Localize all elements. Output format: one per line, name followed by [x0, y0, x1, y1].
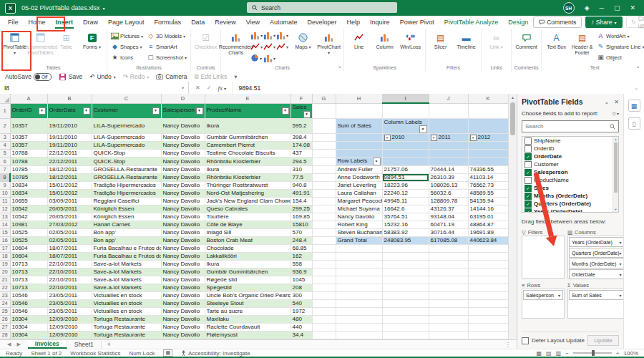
cell[interactable]	[429, 252, 468, 260]
cell[interactable]: Nancy Davolio	[161, 252, 205, 260]
row-header-5[interactable]: 5	[0, 149, 10, 157]
cell[interactable]: 299.25	[291, 205, 312, 213]
ribbon-tab-developer[interactable]: Developer	[303, 16, 342, 29]
cell[interactable]: Margaret Peacock	[336, 197, 382, 205]
cell[interactable]: 18/12/2011	[47, 165, 92, 173]
cell[interactable]	[336, 323, 382, 331]
cell[interactable]: 10546	[10, 299, 47, 307]
ribbon-tab-draw[interactable]: Draw	[78, 16, 103, 29]
cell[interactable]	[312, 228, 336, 236]
cell[interactable]	[312, 103, 336, 118]
scroll-up-icon[interactable]: ▲	[509, 94, 517, 101]
cell[interactable]: 58383.92	[382, 228, 429, 236]
ribbon-tab-inquire[interactable]: Inquire	[365, 16, 395, 29]
cell[interactable]: Nancy Davolio	[161, 331, 205, 339]
bookmark-pane-icon[interactable]: ▯	[628, 117, 640, 130]
cell[interactable]	[382, 149, 429, 157]
cell[interactable]: ProductName▼	[205, 103, 291, 118]
cell[interactable]	[429, 323, 468, 331]
column-header-a[interactable]: A	[10, 94, 47, 103]
cell[interactable]	[468, 149, 508, 157]
cell[interactable]: Thüringer Rostbratwurst	[205, 181, 291, 189]
cell[interactable]: Grand Total	[336, 236, 382, 244]
normal-view-icon[interactable]: ▦	[537, 350, 542, 357]
collapse-ribbon-icon[interactable]: ⌄	[635, 63, 640, 69]
cell[interactable]	[336, 291, 382, 299]
enter-icon[interactable]: ✓	[207, 84, 212, 91]
cell[interactable]	[468, 323, 508, 331]
cell[interactable]: 108026.13	[429, 181, 468, 189]
ribbon-tab-review[interactable]: Review	[210, 16, 241, 29]
columns-pill-years-orderdate[interactable]: Years (OrderDate)▾	[569, 237, 625, 247]
scroll-up-icon[interactable]: ▲	[613, 137, 618, 142]
checkbox-button[interactable]: ☑Checkbox	[193, 29, 218, 64]
cell[interactable]: 440	[291, 323, 312, 331]
checkbox-icon[interactable]: ✓	[525, 193, 532, 200]
cell[interactable]	[468, 291, 508, 299]
filter-dropdown-icon[interactable]: ▼	[419, 125, 427, 133]
cell[interactable]: 76562.73	[468, 181, 508, 189]
row-header-4[interactable]: 4	[0, 141, 10, 149]
ribbon-tab-formulas[interactable]: Formulas	[150, 16, 187, 29]
cell[interactable]: Nancy Davolio	[161, 299, 205, 307]
autosave-toggle[interactable]: AutoSave Off	[5, 73, 52, 81]
row-header-26[interactable]: 26	[0, 315, 10, 323]
cell[interactable]	[312, 299, 336, 307]
cell[interactable]: 248083.95	[382, 236, 429, 244]
cell[interactable]: Chocolade	[205, 244, 291, 252]
cell[interactable]: 15/01/2012	[47, 181, 92, 189]
row-header-23[interactable]: 23	[0, 291, 10, 299]
cell[interactable]: Sales▼	[291, 103, 312, 118]
save-button[interactable]: Save	[59, 73, 82, 81]
cell[interactable]: Nancy Davolio	[161, 173, 205, 181]
cell[interactable]: 300	[291, 291, 312, 299]
cell[interactable]: 10785	[10, 165, 47, 173]
row-header-10[interactable]: 10	[0, 189, 10, 197]
zoom-slider[interactable]	[573, 352, 612, 354]
cell[interactable]: 437	[291, 149, 312, 157]
cell[interactable]: LILA-Supermercado	[92, 118, 161, 133]
insert-function-icon[interactable]: fx ▾	[218, 84, 225, 92]
cell[interactable]	[336, 268, 382, 276]
ribbon-tab-view[interactable]: View	[241, 16, 265, 29]
cell[interactable]: 10713	[10, 284, 47, 291]
filter-dropdown-icon[interactable]: ▼	[83, 107, 90, 115]
cell[interactable]: Row Labels▼	[336, 157, 382, 165]
cell[interactable]	[312, 149, 336, 157]
column-header-i[interactable]: I	[382, 94, 429, 103]
filter-dropdown-icon[interactable]: ▼	[152, 107, 160, 115]
cell[interactable]	[312, 284, 336, 291]
name-box[interactable]: I8 ▾	[0, 82, 189, 94]
ribbon-tab-power-pivot[interactable]: Power Pivot	[395, 16, 439, 29]
cell[interactable]	[429, 307, 468, 315]
object-button[interactable]: ▣Object	[595, 53, 644, 62]
cell[interactable]: 617085.08	[429, 236, 468, 244]
cell[interactable]: 18/07/2011	[47, 244, 92, 252]
cell[interactable]: 70444.14	[429, 165, 468, 173]
cell[interactable]: 10357	[10, 133, 47, 141]
cell[interactable]: Nancy Davolio	[161, 291, 205, 299]
cell[interactable]: Nancy Davolio	[161, 276, 205, 284]
cell[interactable]: Steven Buchanan	[336, 228, 382, 236]
cell[interactable]: Nancy Davolio	[161, 189, 205, 197]
row-header-2[interactable]: 2	[0, 118, 10, 133]
cell[interactable]: Lakkalikööri	[205, 252, 291, 260]
checkbox-icon[interactable]: ✓	[525, 200, 532, 208]
cell[interactable]: 570	[291, 228, 312, 236]
cell[interactable]: Nancy Davolio	[161, 323, 205, 331]
cell[interactable]	[382, 252, 429, 260]
row-header-25[interactable]: 25	[0, 307, 10, 315]
wordart-button[interactable]: AWordArt▾	[595, 32, 644, 41]
cell[interactable]	[336, 276, 382, 284]
cell[interactable]: 20/05/2011	[47, 213, 92, 221]
cell[interactable]	[382, 299, 429, 307]
cell[interactable]: Königlich Essen	[92, 213, 161, 221]
row-header-9[interactable]: 9	[0, 181, 10, 189]
cell[interactable]: 10525	[10, 228, 47, 236]
file-name[interactable]: 05-02 PivotTable dates.xlsx ▾	[21, 4, 105, 11]
cell[interactable]: 26310.39	[429, 173, 468, 181]
redo-button[interactable]: ↷Redo▾	[123, 73, 149, 80]
columns-pill-months-orderdate[interactable]: Months (OrderDate)▾	[569, 258, 625, 268]
cell[interactable]: QUICK-Stop	[92, 149, 161, 157]
cell[interactable]: 48864.87	[468, 221, 508, 228]
